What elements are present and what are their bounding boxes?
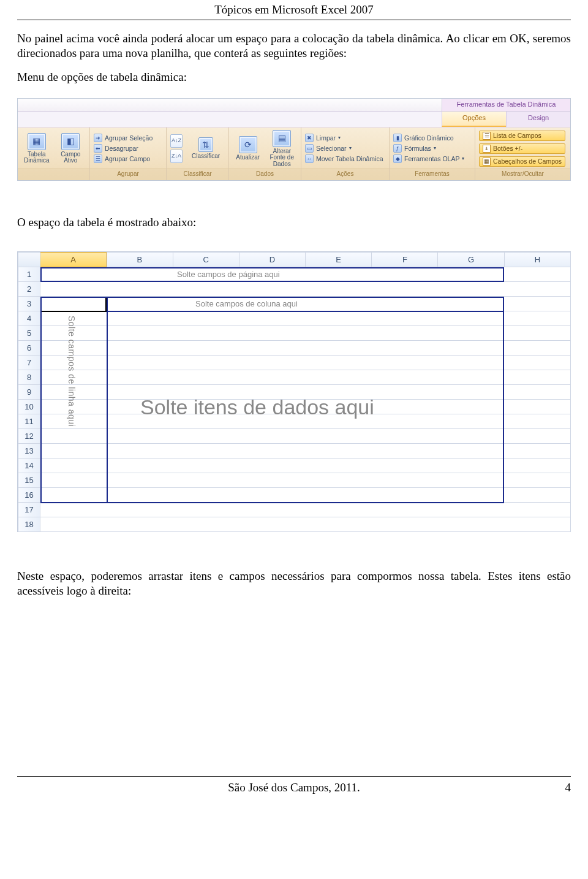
group-selection-icon: ➜ <box>94 134 102 142</box>
row-header-16[interactable]: 16 <box>18 488 40 503</box>
chevron-down-icon: ▾ <box>338 135 341 141</box>
group-agrupar-label: Agrupar <box>90 169 166 180</box>
lista-de-campos-button[interactable]: ☰ Lista de Campos <box>479 131 565 141</box>
ferramentas-olap-label: Ferramentas OLAP <box>404 155 459 163</box>
limpar-button[interactable]: ✖ Limpar ▾ <box>305 134 383 142</box>
desagrupar-button[interactable]: ⬅ Desagrupar <box>94 144 153 153</box>
footer-center: São José dos Campos, 2011. <box>17 780 546 795</box>
field-list-icon: ☰ <box>483 132 491 140</box>
pivot-chart-icon: ▮ <box>393 134 402 142</box>
footer-divider <box>17 776 571 777</box>
chevron-down-icon: ▾ <box>462 156 464 162</box>
alterar-fonte-label: Alterar Fonte de Dados <box>267 148 298 168</box>
formulas-button[interactable]: ƒ Fórmulas ▾ <box>393 144 464 153</box>
row-header-13[interactable]: 13 <box>18 444 40 459</box>
move-icon: ↔ <box>305 154 314 163</box>
change-source-icon: ▤ <box>273 130 291 147</box>
tab-opcoes[interactable]: Opções <box>442 112 506 127</box>
row-header-1[interactable]: 1 <box>18 267 40 282</box>
botoes-mais-menos-button[interactable]: ± Botões +/- <box>479 143 565 154</box>
tab-design[interactable]: Design <box>506 112 570 127</box>
group-field-icon: ☰ <box>94 154 102 163</box>
botoes-mais-menos-label: Botões +/- <box>493 145 522 153</box>
selecionar-label: Selecionar <box>316 145 347 153</box>
campo-ativo-button[interactable]: ◧ Campo Ativo <box>56 133 86 164</box>
row-header-7[interactable]: 7 <box>18 356 40 370</box>
group-acoes-label: Ações <box>301 169 389 180</box>
limpar-label: Limpar <box>316 134 336 142</box>
row-header-5[interactable]: 5 <box>18 326 40 341</box>
page-header-title: Tópicos em Microsoft Excel 2007 <box>17 0 571 18</box>
col-header-H[interactable]: H <box>504 253 570 267</box>
row-header-4[interactable]: 4 <box>18 311 40 326</box>
paragraph-3: O espaço da tabela é mostrado abaixo: <box>17 215 571 230</box>
row-header-17[interactable]: 17 <box>18 503 40 517</box>
row-header-9[interactable]: 9 <box>18 385 40 400</box>
group-mostrar-label: Mostrar/Ocultar <box>475 169 570 180</box>
row-header-6[interactable]: 6 <box>18 341 40 356</box>
cabecalhos-campos-button[interactable]: ▦ Cabeçalhos de Campos <box>479 156 565 167</box>
cabecalhos-campos-label: Cabeçalhos de Campos <box>493 158 562 166</box>
sort-za-button[interactable]: Z↓A <box>170 150 183 163</box>
classificar-button[interactable]: ⇅ Classificar <box>189 137 223 160</box>
row-header-2[interactable]: 2 <box>18 282 40 297</box>
agrupar-campo-label: Agrupar Campo <box>105 155 150 163</box>
chevron-down-icon: ▾ <box>349 145 352 151</box>
col-header-D[interactable]: D <box>239 253 305 267</box>
desagrupar-label: Desagrupar <box>105 145 138 153</box>
tabela-dinamica-button[interactable]: ▦ Tabela Dinâmica <box>21 133 52 164</box>
row-header-3[interactable]: 3 <box>18 297 40 311</box>
mover-tabela-button[interactable]: ↔ Mover Tabela Dinâmica <box>305 154 383 163</box>
select-all-corner[interactable] <box>18 253 40 267</box>
agrupar-campo-button[interactable]: ☰ Agrupar Campo <box>94 154 153 163</box>
ferramentas-olap-button[interactable]: ◆ Ferramentas OLAP ▾ <box>393 154 464 163</box>
ungroup-icon: ⬅ <box>94 144 102 153</box>
row-header-18[interactable]: 18 <box>18 517 40 532</box>
ribbon-top-spacer <box>18 99 442 111</box>
select-icon: ▭ <box>305 144 314 153</box>
campo-ativo-label: Campo Ativo <box>56 151 86 164</box>
agrupar-selecao-button[interactable]: ➜ Agrupar Seleção <box>94 134 153 142</box>
col-header-G[interactable]: G <box>438 253 504 267</box>
field-headers-icon: ▦ <box>483 158 491 166</box>
col-header-F[interactable]: F <box>372 253 438 267</box>
lista-de-campos-label: Lista de Campos <box>493 132 541 140</box>
row-header-15[interactable]: 15 <box>18 473 40 488</box>
atualizar-button[interactable]: ⟳ Atualizar <box>233 136 263 161</box>
group-first-label <box>18 169 89 180</box>
formulas-icon: ƒ <box>393 144 402 153</box>
row-header-14[interactable]: 14 <box>18 459 40 473</box>
paragraph-2: Menu de opções de tabela dinâmica: <box>17 70 571 85</box>
pivot-sheet-figure: A B C D E F G H 1 2 3 4 5 6 7 8 9 10 <box>18 252 571 532</box>
paragraph-4: Neste espaço, poderemos arrastar itens e… <box>17 569 571 598</box>
alterar-fonte-button[interactable]: ▤ Alterar Fonte de Dados <box>267 130 298 168</box>
active-field-icon: ◧ <box>61 133 80 150</box>
group-ferramentas-label: Ferramentas <box>390 169 475 180</box>
ribbon-contextual-title: Ferramentas de Tabela Dinâmica <box>442 99 570 111</box>
sort-az-button[interactable]: A↓Z <box>170 134 183 148</box>
footer-pagenum: 4 <box>546 780 571 795</box>
formulas-label: Fórmulas <box>404 145 431 153</box>
clear-icon: ✖ <box>305 134 314 142</box>
col-header-B[interactable]: B <box>107 253 173 267</box>
row-header-12[interactable]: 12 <box>18 429 40 444</box>
col-header-C[interactable]: C <box>173 253 239 267</box>
col-header-E[interactable]: E <box>306 253 372 267</box>
refresh-icon: ⟳ <box>239 136 257 153</box>
group-classificar-label: Classificar <box>167 169 228 180</box>
grafico-dinamico-button[interactable]: ▮ Gráfico Dinâmico <box>393 134 464 142</box>
sort-icon: ⇅ <box>198 137 213 152</box>
row-header-10[interactable]: 10 <box>18 400 40 414</box>
classificar-label: Classificar <box>192 153 220 160</box>
row-header-11[interactable]: 11 <box>18 414 40 429</box>
tabela-dinamica-label: Tabela Dinâmica <box>21 151 52 164</box>
col-header-A[interactable]: A <box>40 253 107 267</box>
mover-tabela-label: Mover Tabela Dinâmica <box>316 155 383 163</box>
paragraph-1: No painel acima você ainda poderá alocar… <box>17 31 571 61</box>
grafico-dinamico-label: Gráfico Dinâmico <box>404 134 454 142</box>
agrupar-selecao-label: Agrupar Seleção <box>105 134 153 142</box>
chevron-down-icon: ▾ <box>434 145 436 151</box>
selecionar-button[interactable]: ▭ Selecionar ▾ <box>305 144 383 153</box>
row-header-8[interactable]: 8 <box>18 370 40 385</box>
group-dados-label: Dados <box>229 169 301 180</box>
